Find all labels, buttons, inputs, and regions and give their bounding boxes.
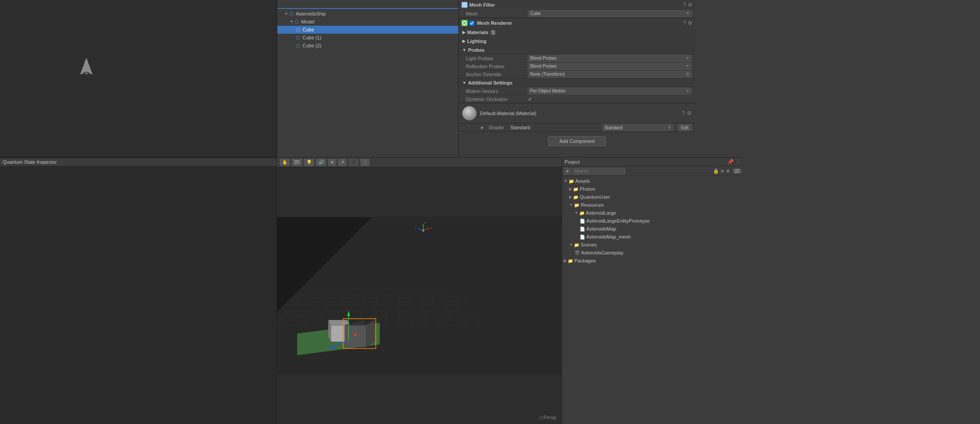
more-button[interactable]: ⋮ bbox=[360, 158, 370, 166]
mesh-label: Mesh bbox=[466, 11, 528, 16]
hierarchy-label: Model bbox=[301, 19, 314, 24]
dynamic-occlusion-label: Dynamic Occlusion bbox=[466, 96, 528, 102]
materials-section[interactable]: ▶ Materials 1 bbox=[459, 28, 695, 37]
lock-icon[interactable]: 🔒 bbox=[713, 168, 719, 174]
help-icon[interactable]: ? bbox=[683, 20, 686, 26]
tree-label: Scenes bbox=[581, 242, 597, 247]
arrow-icon: ▼ bbox=[462, 81, 466, 85]
tree-item-asteroidsmap[interactable]: 📄 AsteroidsMap bbox=[562, 225, 743, 233]
arrow-icon: ▼ bbox=[284, 12, 288, 16]
svg-marker-37 bbox=[345, 325, 366, 347]
mesh-filter-header[interactable]: Mesh Filter ? ⚙ bbox=[459, 0, 695, 10]
viewport-canvas[interactable]: X Y Z ◁ Persp bbox=[277, 167, 562, 424]
anchor-override-label: Anchor Override bbox=[466, 72, 528, 77]
scene-svg: X Y Z bbox=[277, 167, 562, 424]
material-component: Default-Material (Material) ? ⚙ ▶ Shader… bbox=[459, 104, 695, 132]
settings-icon[interactable]: ⚙ bbox=[688, 2, 693, 8]
materials-count: 1 bbox=[490, 30, 496, 35]
light-probes-dropdown[interactable]: Blend Probes ▼ bbox=[528, 55, 692, 62]
chevron-icon: ▼ bbox=[686, 89, 689, 93]
audio-button[interactable]: 🔊 bbox=[316, 158, 326, 166]
mesh-renderer-header[interactable]: Mesh Renderer ? ⚙ bbox=[459, 18, 695, 28]
tree-label: Resources bbox=[581, 202, 604, 208]
tree-item-photon[interactable]: ▶ 📁 Photon bbox=[562, 185, 743, 193]
tree-item-assets[interactable]: ▼ 📁 Assets bbox=[562, 177, 743, 185]
probes-section[interactable]: ▼ Probes bbox=[459, 46, 695, 54]
tree-item-quantumuser[interactable]: ▶ 📁 QuantumUser bbox=[562, 193, 743, 201]
project-title: Project bbox=[565, 159, 580, 165]
reflection-probes-dropdown[interactable]: Blend Probes ▼ bbox=[528, 63, 692, 70]
hierarchy-item-model[interactable]: ▼ ⬡ Model bbox=[277, 18, 458, 26]
svg-point-40 bbox=[354, 334, 357, 336]
settings-small-icon[interactable]: ⚙ bbox=[686, 72, 689, 77]
tree-label: QuantumUser bbox=[580, 194, 610, 200]
svg-text:Z: Z bbox=[414, 227, 416, 230]
svg-marker-33 bbox=[328, 320, 350, 325]
arrow-icon: ▼ bbox=[290, 19, 294, 24]
arrow-icon: ▶ bbox=[481, 125, 484, 130]
star-icon[interactable]: ★ bbox=[726, 168, 730, 174]
tree-label: AsteroidsMap bbox=[586, 226, 616, 231]
project-panel: Project 📌 ⋮ + 🔒 👁 ★ 22 bbox=[562, 157, 743, 424]
anchor-override-row: Anchor Override None (Transform) ⚙ bbox=[459, 70, 695, 78]
move-button[interactable]: ↗ bbox=[338, 158, 347, 166]
tree-item-scenes[interactable]: ▼ 📁 Scenes bbox=[562, 241, 743, 249]
tree-item-asteroidlarge[interactable]: ▼ 📁 AsteroidLarge bbox=[562, 209, 743, 217]
shader-value: Standard bbox=[510, 125, 530, 130]
add-component-button[interactable]: Add Component bbox=[548, 136, 606, 146]
chevron-icon: ▼ bbox=[686, 64, 689, 68]
gameobject-icon: ⬡ bbox=[294, 19, 300, 24]
mesh-dropdown[interactable]: Cube ▼ bbox=[528, 10, 692, 17]
anchor-override-dropdown[interactable]: None (Transform) ⚙ bbox=[528, 71, 692, 78]
tree-item-resources[interactable]: ▼ 📁 Resources bbox=[562, 201, 743, 209]
mesh-filter-icon bbox=[461, 2, 468, 8]
count-badge: 22 bbox=[733, 169, 741, 173]
reflection-probes-value: Blend Probes bbox=[530, 64, 557, 69]
svg-point-5 bbox=[463, 21, 466, 25]
svg-text:Y: Y bbox=[424, 221, 426, 224]
tree-label: AsteroidLarge bbox=[586, 210, 616, 216]
folder-icon: 📁 bbox=[569, 179, 574, 184]
settings-icon[interactable]: ⚙ bbox=[687, 110, 692, 116]
hierarchy-item-cube1[interactable]: ⬡ Cube (1) bbox=[277, 34, 458, 42]
hierarchy-tab[interactable] bbox=[277, 0, 458, 9]
pin-icon[interactable]: 📌 bbox=[728, 159, 734, 165]
tree-item-packages[interactable]: ▶ 📁 Packages bbox=[562, 257, 743, 265]
tree-item-asteroidsmesh[interactable]: 📄 AsteroidsMap_mesh bbox=[562, 233, 743, 241]
viewport-panel: ✋ 2D 💡 🔊 ✦ ↗ ⬛ ⋮ bbox=[277, 157, 562, 424]
tree-item-proto[interactable]: 📄 AsteroidLargeEntityPrototype bbox=[562, 217, 743, 225]
svg-text:X: X bbox=[430, 226, 432, 229]
lighting-section[interactable]: ▶ Lighting bbox=[459, 37, 695, 46]
help-icon[interactable]: ? bbox=[683, 2, 686, 8]
settings-icon[interactable]: ⚙ bbox=[688, 20, 693, 26]
help-icon[interactable]: ? bbox=[682, 110, 685, 116]
arrow-icon: ▼ bbox=[564, 179, 568, 183]
folder-icon: 📁 bbox=[573, 195, 578, 200]
additional-settings-section[interactable]: ▼ Additional Settings bbox=[459, 78, 695, 87]
project-panel-header: Project 📌 ⋮ bbox=[562, 158, 743, 166]
mesh-renderer-toggle[interactable] bbox=[469, 21, 474, 26]
light-probes-row: Light Probes Blend Probes ▼ bbox=[459, 54, 695, 62]
arrow-icon: ▼ bbox=[569, 243, 573, 247]
additional-settings-label: Additional Settings bbox=[468, 80, 512, 85]
motion-vectors-dropdown[interactable]: Per Object Motion ▼ bbox=[528, 88, 692, 95]
hierarchy-item-asteroidsship[interactable]: ▼ ⬡ AsteroidsShip bbox=[277, 10, 458, 18]
light-button[interactable]: 💡 bbox=[304, 158, 314, 166]
project-header-actions: 📌 ⋮ bbox=[728, 159, 740, 165]
shader-dropdown[interactable]: Standard ▼ bbox=[602, 124, 674, 131]
hand-tool-button[interactable]: ✋ bbox=[279, 158, 290, 166]
more-icon[interactable]: ⋮ bbox=[736, 159, 740, 165]
tree-item-asteroidsgameplay[interactable]: 🎬 AsteroidsGameplay bbox=[562, 249, 743, 257]
eye-icon[interactable]: 👁 bbox=[720, 169, 725, 174]
hierarchy-item-cube2[interactable]: ⬡ Cube (2) bbox=[277, 42, 458, 50]
arrow-icon: ▶ bbox=[569, 195, 572, 199]
folder-icon: 📁 bbox=[574, 243, 579, 247]
hierarchy-label: Cube (2) bbox=[302, 43, 322, 48]
gizmos-button[interactable]: ⬛ bbox=[348, 158, 359, 166]
project-search-input[interactable] bbox=[572, 168, 625, 175]
effects-button[interactable]: ✦ bbox=[328, 158, 337, 166]
edit-shader-button[interactable]: Edit bbox=[678, 124, 692, 131]
hierarchy-item-cube[interactable]: ⬡ Cube bbox=[277, 26, 458, 34]
2d-button[interactable]: 2D bbox=[291, 158, 302, 166]
add-asset-button[interactable]: + bbox=[564, 168, 571, 175]
